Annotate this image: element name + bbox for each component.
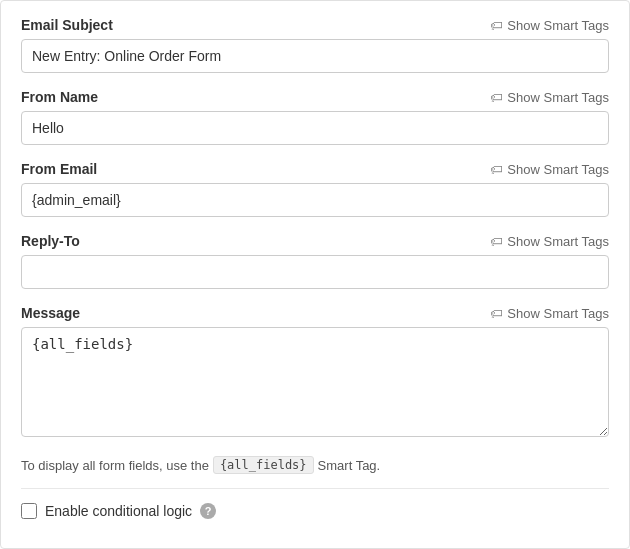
message-header: Message 🏷 Show Smart Tags (21, 305, 609, 321)
message-label: Message (21, 305, 80, 321)
reply-to-smart-tags-label: Show Smart Tags (507, 234, 609, 249)
email-subject-label: Email Subject (21, 17, 113, 33)
email-subject-smart-tags-label: Show Smart Tags (507, 18, 609, 33)
email-subject-group: Email Subject 🏷 Show Smart Tags (21, 17, 609, 73)
message-smart-tags-label: Show Smart Tags (507, 306, 609, 321)
help-icon[interactable]: ? (200, 503, 216, 519)
from-name-input[interactable] (21, 111, 609, 145)
from-email-smart-tags-button[interactable]: 🏷 Show Smart Tags (490, 162, 609, 177)
from-email-input[interactable] (21, 183, 609, 217)
tag-icon-4: 🏷 (490, 234, 503, 249)
reply-to-input[interactable] (21, 255, 609, 289)
email-subject-header: Email Subject 🏷 Show Smart Tags (21, 17, 609, 33)
from-name-smart-tags-label: Show Smart Tags (507, 90, 609, 105)
reply-to-smart-tags-button[interactable]: 🏷 Show Smart Tags (490, 234, 609, 249)
conditional-logic-label: Enable conditional logic (45, 503, 192, 519)
hint-text: To display all form fields, use the {all… (21, 456, 609, 474)
message-textarea[interactable]: {all_fields} (21, 327, 609, 437)
conditional-logic-row: Enable conditional logic ? (21, 503, 609, 519)
divider (21, 488, 609, 489)
from-email-smart-tags-label: Show Smart Tags (507, 162, 609, 177)
hint-code: {all_fields} (213, 456, 314, 474)
reply-to-header: Reply-To 🏷 Show Smart Tags (21, 233, 609, 249)
from-name-label: From Name (21, 89, 98, 105)
hint-suffix: Smart Tag. (318, 458, 381, 473)
reply-to-group: Reply-To 🏷 Show Smart Tags (21, 233, 609, 289)
message-smart-tags-button[interactable]: 🏷 Show Smart Tags (490, 306, 609, 321)
tag-icon-5: 🏷 (490, 306, 503, 321)
tag-icon: 🏷 (490, 18, 503, 33)
from-email-group: From Email 🏷 Show Smart Tags (21, 161, 609, 217)
message-group: Message 🏷 Show Smart Tags {all_fields} (21, 305, 609, 440)
from-name-smart-tags-button[interactable]: 🏷 Show Smart Tags (490, 90, 609, 105)
from-name-header: From Name 🏷 Show Smart Tags (21, 89, 609, 105)
from-name-group: From Name 🏷 Show Smart Tags (21, 89, 609, 145)
email-subject-smart-tags-button[interactable]: 🏷 Show Smart Tags (490, 18, 609, 33)
tag-icon-3: 🏷 (490, 162, 503, 177)
from-email-header: From Email 🏷 Show Smart Tags (21, 161, 609, 177)
email-settings-form: Email Subject 🏷 Show Smart Tags From Nam… (0, 0, 630, 549)
reply-to-label: Reply-To (21, 233, 80, 249)
from-email-label: From Email (21, 161, 97, 177)
email-subject-input[interactable] (21, 39, 609, 73)
hint-prefix: To display all form fields, use the (21, 458, 209, 473)
tag-icon-2: 🏷 (490, 90, 503, 105)
conditional-logic-checkbox[interactable] (21, 503, 37, 519)
